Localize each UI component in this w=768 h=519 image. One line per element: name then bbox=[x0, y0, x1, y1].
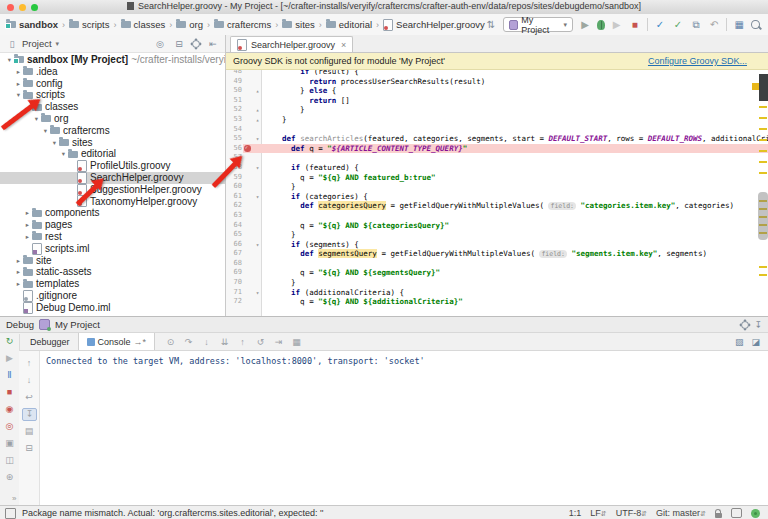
line-number[interactable]: 49 bbox=[226, 77, 242, 87]
run-with-coverage-button[interactable]: ▶ bbox=[611, 19, 623, 31]
fold-marker-icon[interactable]: ▴ bbox=[253, 105, 262, 115]
line-number[interactable]: 53 bbox=[226, 115, 242, 125]
line-number[interactable]: 48 bbox=[226, 70, 242, 77]
tree-item--gitignore[interactable]: .gitignore bbox=[0, 290, 225, 302]
locate-file-icon[interactable]: ◎ bbox=[154, 39, 166, 49]
line-number[interactable]: 61 bbox=[226, 192, 242, 202]
hector-highlighting-icon[interactable] bbox=[731, 508, 742, 518]
tree-item--idea[interactable]: ▸.idea bbox=[0, 66, 225, 78]
line-number[interactable]: 55 bbox=[226, 134, 242, 144]
code-line-51[interactable]: 51 return [] bbox=[226, 96, 768, 106]
line-number[interactable]: 69 bbox=[226, 268, 242, 278]
fold-marker-icon[interactable]: ▴ bbox=[253, 115, 262, 125]
up-stack-icon[interactable]: ↑ bbox=[19, 357, 39, 370]
chevron-icon[interactable]: ▸ bbox=[14, 255, 23, 267]
line-number[interactable]: 60 bbox=[226, 182, 242, 192]
mute-breakpoints-button[interactable]: ◉ bbox=[0, 403, 19, 416]
tree-item-components[interactable]: ▸components bbox=[0, 207, 225, 219]
line-number[interactable]: 54 bbox=[226, 125, 242, 135]
scroll-to-end-icon[interactable]: ↧ bbox=[22, 408, 37, 421]
code-line-69[interactable]: 69 q = "${q} AND ${segmentsQuery}" bbox=[226, 268, 768, 278]
chevron-icon[interactable]: ▸ bbox=[14, 66, 23, 78]
structure-popup-button[interactable]: ▦ bbox=[733, 19, 745, 31]
sort-icon[interactable]: ⇅ bbox=[485, 19, 497, 31]
chevron-icon[interactable]: ▾ bbox=[50, 137, 59, 149]
run-config-combo[interactable]: My Project▾ bbox=[503, 17, 573, 32]
tree-item-templates[interactable]: ▸templates bbox=[0, 278, 225, 290]
stop-button[interactable]: ■ bbox=[0, 386, 19, 399]
line-number[interactable]: 72 bbox=[226, 297, 242, 307]
chevron-icon[interactable]: ▸ bbox=[23, 207, 32, 219]
code-line-53[interactable]: 53▴ } bbox=[226, 115, 768, 125]
editor-tab[interactable]: SearchHelper.groovy × bbox=[230, 36, 353, 52]
breadcrumb-item[interactable]: SearchHelper.groovy bbox=[383, 19, 485, 31]
code-line-67[interactable]: 67 def segmentsQuery = getFieldQueryWith… bbox=[226, 249, 768, 259]
tree-item-suggestionhelper-groovy[interactable]: SuggestionHelper.groovy bbox=[0, 184, 225, 196]
breadcrumb-item[interactable]: craftercms bbox=[214, 19, 271, 30]
line-number[interactable]: 64 bbox=[226, 221, 242, 231]
fold-marker-icon[interactable]: ▾ bbox=[253, 163, 262, 173]
run-to-cursor-icon[interactable]: ⇥ bbox=[273, 337, 284, 347]
chevron-icon[interactable]: ▸ bbox=[14, 78, 23, 90]
line-separator-widget[interactable]: LF⇵ bbox=[590, 508, 606, 518]
code-line-64[interactable]: 64 q = "${q} AND ${categoriesQuery}" bbox=[226, 221, 768, 231]
vcs-commit-button[interactable]: ✓ bbox=[672, 19, 684, 31]
lock-icon[interactable] bbox=[715, 513, 722, 518]
code-line-57[interactable]: 57 bbox=[226, 153, 768, 163]
line-number[interactable]: 56 bbox=[226, 144, 242, 154]
breadcrumb-item[interactable]: sites bbox=[282, 19, 315, 30]
rerun-button[interactable]: ↻ bbox=[0, 335, 19, 348]
fold-marker-icon[interactable]: ▾ bbox=[253, 134, 262, 144]
code-line-54[interactable]: 54 bbox=[226, 125, 768, 135]
breakpoint-icon[interactable] bbox=[244, 145, 251, 152]
clear-console-icon[interactable]: ⊟ bbox=[19, 442, 39, 455]
thread-dump-button[interactable]: ▣ bbox=[0, 437, 19, 450]
notification-indicator[interactable] bbox=[751, 509, 760, 518]
hide-debug-panel-icon[interactable]: ↧ bbox=[754, 320, 762, 330]
scrollbar-thumb[interactable] bbox=[758, 192, 768, 240]
line-number[interactable]: 51 bbox=[226, 96, 242, 106]
undo-button[interactable]: ↶ bbox=[708, 19, 720, 31]
line-number[interactable]: 63 bbox=[226, 211, 242, 221]
inspections-indicator[interactable] bbox=[752, 83, 759, 90]
evaluate-expression-icon[interactable]: ▦ bbox=[291, 337, 302, 347]
editor-scrollbar[interactable] bbox=[757, 70, 768, 317]
code-line-56[interactable]: 56 def q = "${ARTICLE_CONTENT_TYPE_QUERY… bbox=[226, 144, 768, 154]
chevron-icon[interactable]: ▾ bbox=[41, 125, 50, 137]
code-line-61[interactable]: 61▾ if (categories) { bbox=[226, 192, 768, 202]
tree-item-rest[interactable]: ▸rest bbox=[0, 231, 225, 243]
tree-item-profileutils-groovy[interactable]: ProfileUtils.groovy bbox=[0, 160, 225, 172]
tree-item-searchhelper-groovy[interactable]: SearchHelper.groovy bbox=[0, 172, 225, 184]
code-line-58[interactable]: 58▾ if (featured) { bbox=[226, 163, 768, 173]
line-number[interactable]: 62 bbox=[226, 201, 242, 211]
line-number[interactable]: 71 bbox=[226, 288, 242, 298]
pause-button[interactable]: Ⅱ bbox=[0, 369, 19, 382]
step-out-icon[interactable]: ↑ bbox=[237, 337, 248, 347]
fold-marker-icon[interactable]: ▾ bbox=[253, 240, 262, 250]
caret-position[interactable]: 1:1 bbox=[569, 508, 582, 518]
fold-marker-icon[interactable]: ▴ bbox=[253, 86, 262, 96]
search-button[interactable] bbox=[751, 20, 760, 29]
code-line-48[interactable]: 48 if (result) { bbox=[226, 70, 768, 77]
line-number[interactable]: 70 bbox=[226, 278, 242, 288]
vcs-update-button[interactable]: ✓ bbox=[654, 19, 666, 31]
tree-item-craftercms[interactable]: ▾craftercms bbox=[0, 125, 225, 137]
code-line-62[interactable]: 62 def categoriesQuery = getFieldQueryWi… bbox=[226, 201, 768, 211]
line-number[interactable]: 67 bbox=[226, 249, 242, 259]
code-line-60[interactable]: 60 } bbox=[226, 182, 768, 192]
soft-wrap-icon[interactable]: ↩ bbox=[19, 391, 39, 404]
code-line-71[interactable]: 71▾ if (additionalCriteria) { bbox=[226, 288, 768, 298]
tree-item-site[interactable]: ▸site bbox=[0, 255, 225, 267]
code-line-50[interactable]: 50▴ } else { bbox=[226, 86, 768, 96]
code-line-66[interactable]: 66▾ if (segments) { bbox=[226, 240, 768, 250]
tree-item-static-assets[interactable]: ▸static-assets bbox=[0, 266, 225, 278]
debug-button[interactable] bbox=[597, 20, 604, 30]
hide-panel-icon[interactable]: ⇤ bbox=[207, 39, 219, 49]
run-button[interactable]: ▶ bbox=[579, 19, 591, 31]
show-execution-point-icon[interactable]: ⊙ bbox=[165, 337, 176, 347]
chevron-down-icon[interactable]: ▾ bbox=[56, 40, 60, 48]
chevron-icon[interactable]: ▾ bbox=[14, 89, 23, 101]
fold-marker-icon[interactable]: ▾ bbox=[253, 192, 262, 202]
chevron-icon[interactable]: ▾ bbox=[32, 113, 41, 125]
breadcrumb-item[interactable]: classes bbox=[121, 19, 166, 30]
